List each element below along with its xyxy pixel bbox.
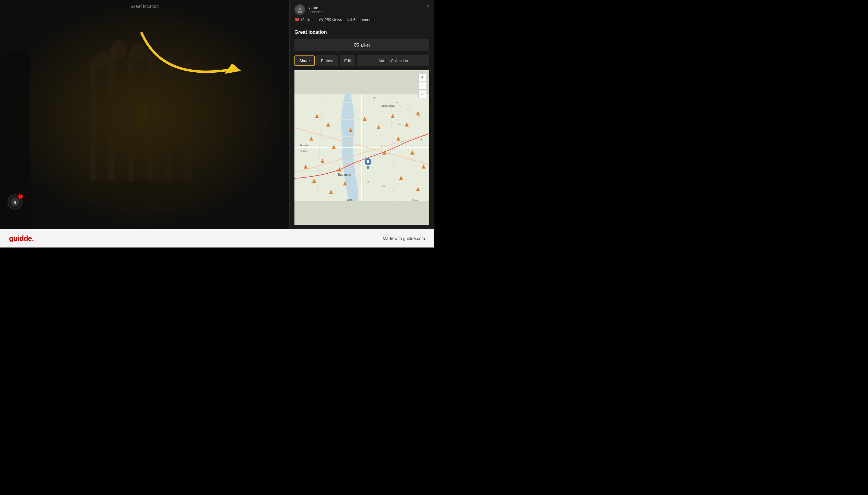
- panorama-title: Great location: [131, 4, 159, 9]
- svg-point-10: [111, 40, 127, 59]
- panel-header: × vineet Budapest 18 like: [290, 0, 434, 25]
- guidde-avatar[interactable]: g 17: [7, 194, 23, 209]
- edit-button[interactable]: Edit: [340, 55, 355, 66]
- zoom-in-button[interactable]: +: [418, 73, 426, 81]
- svg-text:M3: M3: [382, 144, 385, 147]
- svg-text:65: 65: [398, 123, 401, 126]
- comments-stat: 6 comments: [347, 17, 375, 22]
- svg-text:Duna: Duna: [412, 199, 418, 201]
- likes-stat: 18 likes: [294, 17, 313, 22]
- zoom-out-button[interactable]: −: [418, 82, 426, 89]
- views-count: 259 views: [325, 17, 342, 22]
- user-avatar-img: [296, 6, 303, 13]
- svg-text:74: 74: [418, 115, 420, 117]
- add-to-collection-button[interactable]: Add to Collection: [357, 55, 429, 66]
- svg-text:4: 4: [393, 189, 394, 192]
- fullscreen-button[interactable]: ⤢: [418, 90, 426, 98]
- guidde-logo: guidde.: [9, 234, 34, 243]
- svg-text:10: 10: [299, 176, 301, 179]
- svg-point-9: [95, 51, 110, 69]
- svg-rect-15: [97, 181, 187, 185]
- like-label: Like!: [361, 43, 370, 48]
- close-button[interactable]: ×: [427, 4, 430, 9]
- svg-text:75: 75: [408, 106, 411, 109]
- likes-count: 18 likes: [300, 17, 313, 22]
- panorama-view: Great location g 17: [0, 0, 289, 229]
- heart-icon: [294, 18, 299, 22]
- svg-text:M1: M1: [420, 138, 423, 141]
- svg-rect-17: [103, 190, 181, 194]
- svg-rect-7: [166, 57, 172, 181]
- map-area[interactable]: Budakalász 78 75 74 Fót 10 M3 65 Budaörs…: [294, 70, 429, 225]
- svg-text:Takeszi: Takeszi: [299, 150, 307, 152]
- svg-text:10: 10: [373, 97, 376, 99]
- embed-button[interactable]: Embed: [316, 55, 338, 66]
- eye-icon: [319, 18, 323, 22]
- like-button[interactable]: Like!: [294, 39, 429, 51]
- svg-text:3: 3: [367, 181, 369, 183]
- svg-rect-3: [90, 60, 97, 181]
- avatar: [294, 4, 305, 15]
- stats-row: 18 likes 259 views 6 comments: [294, 17, 429, 22]
- views-stat: 259 views: [319, 17, 342, 22]
- svg-rect-1: [0, 0, 289, 229]
- photo-title: Great location: [294, 30, 429, 35]
- logo-text: guidde.: [9, 234, 34, 243]
- svg-rect-6: [148, 54, 153, 181]
- panorama-bg-svg: [0, 0, 289, 229]
- map-svg: Budakalász 78 75 74 Fót 10 M3 65 Budaörs…: [294, 70, 429, 225]
- svg-text:Fót: Fót: [407, 109, 411, 112]
- svg-point-69: [366, 160, 369, 163]
- user-info: vineet Budapest: [308, 5, 324, 14]
- notification-badge: 17: [18, 194, 23, 199]
- bottom-bar: guidde. Made with guidde.com: [0, 229, 434, 248]
- svg-text:Budapest: Budapest: [338, 173, 351, 176]
- avatar-icon: g: [11, 198, 19, 206]
- user-location: Budapest: [308, 10, 324, 14]
- svg-text:Budakalász: Budakalász: [382, 104, 395, 107]
- svg-rect-5: [128, 51, 134, 181]
- svg-point-11: [131, 43, 145, 61]
- made-with-text: Made with guidde.com: [383, 236, 425, 241]
- action-buttons-row: Share Embed Edit Add to Collection: [294, 55, 429, 66]
- svg-text:78: 78: [395, 102, 398, 105]
- svg-text:Budaörs: Budaörs: [300, 144, 310, 147]
- comments-count: 6 comments: [353, 17, 375, 22]
- svg-rect-16: [100, 185, 184, 190]
- user-name: vineet: [308, 5, 324, 10]
- svg-rect-26: [348, 18, 351, 21]
- svg-point-25: [320, 19, 322, 20]
- svg-rect-4: [108, 48, 115, 181]
- svg-text:Duna: Duna: [346, 198, 352, 201]
- comment-icon: [347, 18, 352, 22]
- right-panel: × vineet Budapest 18 like: [289, 0, 434, 229]
- panel-body: Great location Like! Share Embed Edit Ad…: [290, 25, 434, 229]
- share-button[interactable]: Share: [294, 55, 315, 66]
- svg-text:M5: M5: [382, 185, 385, 188]
- user-row: vineet Budapest: [294, 4, 429, 15]
- like-heart-icon: [354, 43, 359, 48]
- svg-text:g: g: [14, 200, 16, 204]
- map-controls: + − ⤢: [418, 73, 426, 98]
- svg-point-22: [299, 7, 301, 10]
- svg-rect-8: [184, 60, 190, 181]
